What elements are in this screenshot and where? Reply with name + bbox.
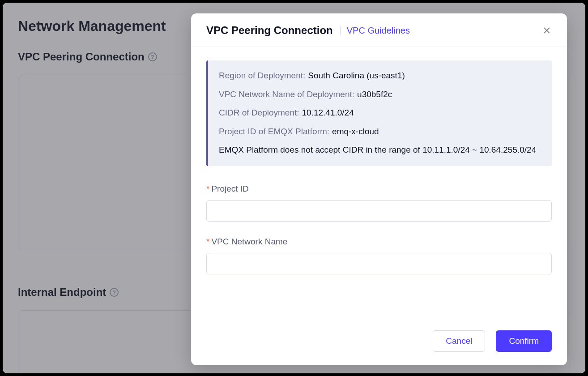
confirm-button[interactable]: Confirm [496, 330, 552, 352]
vpc-network-name-input[interactable] [206, 253, 552, 274]
project-id-input[interactable] [206, 200, 552, 222]
vpc-peering-modal: VPC Peering Connection VPC Guidelines Re… [191, 13, 567, 365]
info-vpc-name-value: u30b5f2c [357, 88, 392, 101]
divider [340, 26, 341, 35]
close-icon[interactable] [542, 26, 552, 35]
info-vpc-name-label: VPC Network Name of Deployment: [219, 88, 354, 101]
required-asterisk: * [206, 184, 209, 193]
info-project-label: Project ID of EMQX Platform: [219, 125, 329, 138]
form-group-vpc-network-name: *VPC Network Name [206, 237, 552, 274]
vpc-network-name-label: *VPC Network Name [206, 237, 552, 247]
modal-title: VPC Peering Connection [206, 24, 333, 37]
info-project-value: emq-x-cloud [332, 125, 379, 138]
info-cidr-note: EMQX Platform does not accept CIDR in th… [219, 144, 536, 156]
info-cidr-value: 10.12.41.0/24 [302, 107, 354, 119]
project-id-label: *Project ID [206, 184, 552, 194]
modal-body: Region of Deployment: South Carolina (us… [191, 47, 567, 330]
form-group-project-id: *Project ID [206, 184, 552, 222]
modal-footer: Cancel Confirm [191, 330, 567, 365]
vpc-guidelines-link[interactable]: VPC Guidelines [347, 26, 410, 36]
required-asterisk: * [206, 237, 209, 246]
deployment-info-box: Region of Deployment: South Carolina (us… [206, 60, 552, 166]
info-region-value: South Carolina (us-east1) [308, 69, 405, 82]
cancel-button[interactable]: Cancel [433, 330, 485, 352]
info-cidr-label: CIDR of Deployment: [219, 107, 299, 119]
modal-header: VPC Peering Connection VPC Guidelines [191, 13, 567, 47]
info-region-label: Region of Deployment: [219, 69, 305, 82]
